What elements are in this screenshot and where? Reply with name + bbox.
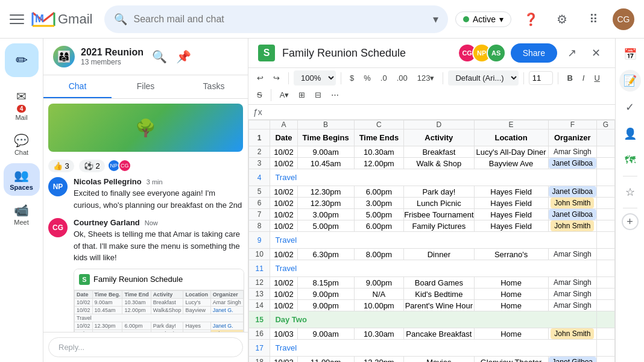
cell-f8[interactable]: John Smith [548,220,596,232]
cell-d5[interactable]: Park day! [404,186,474,198]
active-status-badge[interactable]: Active ▾ [455,11,511,27]
cell-b12[interactable]: 8.15pm [297,277,354,289]
decimal-less-button[interactable]: .0 [377,71,391,85]
cell-c10[interactable]: 8.00pm [354,249,404,260]
cell-f14[interactable]: Amar Singh [548,300,596,311]
redo-button[interactable]: ↪ [270,71,283,85]
cell-f6[interactable]: John Smith [548,198,596,209]
cell-e7[interactable]: Hayes Field [474,209,548,220]
more-formats-button[interactable]: ⋯ [327,88,343,102]
cell-g14[interactable] [597,300,615,311]
cell-f2[interactable]: Amar Singh [548,146,596,158]
cell-d2[interactable]: Breakfast [404,146,474,158]
cell-c18[interactable]: 12.30pm [354,357,404,363]
sidebar-item-mail[interactable]: ✉ 4 Mail [4,84,40,126]
cell-g12[interactable] [597,277,615,289]
cell-e8[interactable]: Hayes Field [474,220,548,232]
font-select[interactable]: Default (Ari...) [448,70,519,86]
sidebar-item-chat[interactable]: 💬 Chat [4,128,40,161]
cell-f16[interactable]: John Smith [548,328,596,340]
cell-g9[interactable] [597,232,615,249]
cell-travel-9[interactable]: Travel [270,232,597,249]
cell-c7[interactable]: 5.00pm [354,209,404,220]
undo-button[interactable]: ↩ [253,71,267,85]
cell-d12[interactable]: Board Games [404,277,474,289]
cell-g1[interactable] [597,130,615,146]
cell-travel-17[interactable]: Travel [270,340,597,357]
rs-calendar-icon[interactable]: 📅 [619,43,641,65]
merge-button[interactable]: ⊟ [311,88,325,102]
chat-search-icon[interactable]: 🔍 [150,47,169,66]
rs-maps-icon[interactable]: 🗺 [619,149,641,171]
cell-d10[interactable]: Dinner [404,249,474,260]
cell-g13[interactable] [597,289,615,300]
cell-b14[interactable]: 9.00pm [297,300,354,311]
cell-c3[interactable]: 12.00pm [354,158,404,169]
cell-c12[interactable]: 9.00pm [354,277,404,289]
strikethrough-button[interactable]: S [253,88,266,102]
cell-a7[interactable]: 10/02 [270,209,297,220]
cell-g7[interactable] [597,209,615,220]
cell-f3[interactable]: Janet Gilboa [548,158,596,169]
cell-a10[interactable]: 10/02 [270,249,297,260]
cell-g5[interactable] [597,186,615,198]
cell-b7[interactable]: 3.00pm [297,209,354,220]
cell-d16[interactable]: Pancake Breakfast [404,328,474,340]
cell-g17[interactable] [597,340,615,357]
zoom-select[interactable]: 100% [294,70,336,86]
cell-b2[interactable]: 9.00am [297,146,354,158]
cell-d3[interactable]: Walk & Shop [404,158,474,169]
fill-color-button[interactable]: A▾ [276,88,293,102]
close-sheet-icon[interactable]: ✕ [586,43,605,63]
cell-b10[interactable]: 6.30pm [297,249,354,260]
cell-g15[interactable] [597,311,615,328]
cell-e1[interactable]: Location [474,130,548,146]
col-header-c[interactable]: C [354,120,404,130]
cell-e14[interactable]: Home [474,300,548,311]
sidebar-item-meet[interactable]: 📹 Meet [4,198,40,231]
cell-b5[interactable]: 12.30pm [297,186,354,198]
apps-icon[interactable]: ⠿ [581,7,605,31]
cell-g4[interactable] [597,169,615,186]
cell-g10[interactable] [597,249,615,260]
cell-f12[interactable]: Amar Singh [548,277,596,289]
compose-button[interactable]: ✏ [5,43,39,77]
cell-b13[interactable]: 9.00pm [297,289,354,300]
cell-a6[interactable]: 10/02 [270,198,297,209]
cell-a8[interactable]: 10/02 [270,220,297,232]
cell-d14[interactable]: Parent's Wine Hour [404,300,474,311]
rs-add-button[interactable]: + [622,213,639,230]
cell-g16[interactable] [597,328,615,340]
cell-g11[interactable] [597,260,615,277]
cell-f18[interactable]: Janet Gilboa [548,357,596,363]
decimal-more-button[interactable]: .00 [393,71,411,85]
search-chevron-icon[interactable]: ▾ [433,13,438,26]
cell-b8[interactable]: 5.00pm [297,220,354,232]
cell-f7[interactable]: Janet Gilboa [548,209,596,220]
col-header-d[interactable]: D [404,120,474,130]
sidebar-item-spaces[interactable]: 👥 Spaces [4,163,40,196]
cell-a16[interactable]: 10/03 [270,328,297,340]
help-icon[interactable]: ❓ [519,7,543,31]
thumbs-up-reaction[interactable]: 👍 3 [48,160,74,172]
user-avatar[interactable]: CG [613,8,634,30]
cell-e2[interactable]: Lucy's All-Day Diner [474,146,548,158]
cell-b18[interactable]: 11.00am [297,357,354,363]
col-header-a[interactable]: A [270,120,297,130]
cell-d13[interactable]: Kid's Bedtime [404,289,474,300]
cell-d1[interactable]: Activity [404,130,474,146]
cell-c13[interactable]: N/A [354,289,404,300]
font-size-input[interactable] [529,71,553,85]
open-external-icon[interactable]: ↗ [562,43,581,63]
cell-c16[interactable]: 10.30am [354,328,404,340]
cell-a2[interactable]: 10/02 [270,146,297,158]
settings-icon[interactable]: ⚙ [550,7,574,31]
col-header-f[interactable]: F [548,120,596,130]
cell-travel-4[interactable]: Travel [270,169,597,186]
col-header-b[interactable]: B [297,120,354,130]
share-button[interactable]: Share [511,43,557,63]
cell-day-two[interactable]: Day Two [270,311,597,328]
currency-button[interactable]: $ [346,71,358,85]
sheet-table-wrap[interactable]: A B C D E F G 1 Date Time Begins [248,120,615,362]
cell-a1[interactable]: Date [270,130,297,146]
